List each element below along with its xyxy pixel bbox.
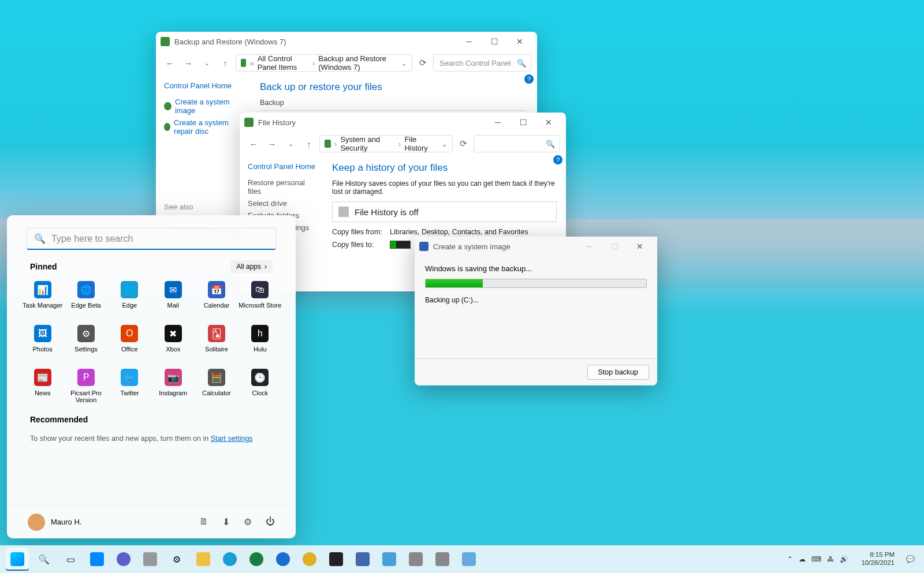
address-bar[interactable]: › System and Security › File History ⌄: [319, 135, 453, 152]
chevron-down-icon[interactable]: ⌄: [441, 140, 448, 148]
pinned-app[interactable]: 🂡Solitaire: [195, 321, 238, 365]
back-button[interactable]: ←: [162, 55, 178, 71]
titlebar[interactable]: File History ─ ☐ ✕: [240, 113, 566, 132]
all-apps-button[interactable]: All apps›: [230, 260, 273, 273]
stop-backup-button[interactable]: Stop backup: [587, 365, 650, 380]
clock[interactable]: 8:15 PM 10/28/2021: [856, 551, 899, 567]
minimize-button[interactable]: ─: [485, 114, 511, 131]
pinned-app[interactable]: 📊Task Manager: [21, 278, 64, 321]
taskbar-terminal[interactable]: [325, 548, 348, 571]
pinned-app[interactable]: 📅Calendar: [195, 278, 238, 321]
dialog-title: Create a system image: [433, 242, 511, 251]
system-tray[interactable]: ⌃ ☁ ⌨ 🖧 🔊: [783, 555, 853, 563]
app-label: Instagram: [159, 390, 187, 396]
taskbar-app[interactable]: [139, 548, 162, 571]
crumb-backup[interactable]: Backup and Restore (Windows 7): [318, 54, 394, 72]
crumb-all-items[interactable]: All Control Panel Items: [258, 54, 309, 72]
pinned-app[interactable]: 🧮Calculator: [195, 365, 238, 409]
pinned-app[interactable]: 🛍Microsoft Store: [239, 278, 282, 321]
restore-files-link[interactable]: Restore personal files: [248, 177, 318, 197]
pinned-app[interactable]: ✖Xbox: [151, 321, 195, 365]
task-view-icon: ▭: [66, 554, 75, 565]
widgets-button[interactable]: [85, 548, 109, 571]
pinned-app[interactable]: 🌐Edge: [108, 278, 151, 321]
taskbar-edge-dev[interactable]: [245, 548, 268, 571]
control-panel-home-link[interactable]: Control Panel Home: [248, 162, 318, 171]
settings-icon[interactable]: ⚙: [244, 516, 252, 527]
network-icon[interactable]: 🖧: [827, 555, 834, 563]
taskbar-edge[interactable]: [218, 548, 241, 571]
up-button[interactable]: ↑: [217, 55, 233, 71]
start-settings-link[interactable]: Start settings: [211, 435, 253, 443]
pinned-app[interactable]: ✉Mail: [151, 278, 195, 321]
edge-beta-icon: [276, 552, 290, 566]
address-bar[interactable]: « All Control Panel Items › Backup and R…: [236, 54, 412, 72]
pinned-app[interactable]: hHulu: [239, 321, 282, 365]
crumb-system-security[interactable]: System and Security: [340, 135, 395, 152]
control-panel-home-link[interactable]: Control Panel Home: [164, 81, 246, 90]
close-button[interactable]: ✕: [507, 33, 532, 50]
back-button[interactable]: ←: [245, 136, 262, 152]
history-dropdown[interactable]: ⌄: [282, 136, 299, 152]
refresh-button[interactable]: ⟳: [455, 136, 471, 152]
pinned-app[interactable]: 📰News: [21, 365, 64, 409]
keyboard-icon[interactable]: ⌨: [811, 555, 821, 563]
minimize-button[interactable]: ─: [576, 238, 602, 255]
pinned-app[interactable]: 🕒Clock: [239, 365, 282, 409]
search-button[interactable]: 🔍: [32, 548, 55, 571]
forward-button[interactable]: →: [180, 55, 196, 71]
documents-icon[interactable]: 🗎: [199, 516, 208, 527]
taskbar-explorer[interactable]: [192, 548, 215, 571]
pinned-app[interactable]: PPicsart Pro Version: [64, 365, 107, 409]
maximize-button[interactable]: ☐: [482, 33, 507, 50]
chevron-right-icon: ›: [398, 140, 401, 148]
chevron-down-icon[interactable]: ⌄: [401, 59, 407, 68]
app-icon: h: [251, 325, 269, 342]
pinned-app[interactable]: 📷Instagram: [151, 365, 195, 409]
crumb-file-history[interactable]: File History: [404, 135, 434, 152]
taskbar-edge-beta[interactable]: [271, 548, 295, 571]
power-icon[interactable]: ⏻: [266, 516, 275, 527]
taskbar-camera[interactable]: [404, 548, 427, 571]
downloads-icon[interactable]: ⬇: [222, 516, 230, 527]
taskbar-snip[interactable]: [431, 548, 454, 571]
chevron-up-icon[interactable]: ⌃: [787, 555, 793, 563]
pinned-app[interactable]: 🐦Twitter: [108, 365, 151, 409]
up-button[interactable]: ↑: [301, 136, 317, 152]
forward-button[interactable]: →: [264, 136, 280, 152]
task-view-button[interactable]: ▭: [59, 548, 82, 571]
taskbar-settings[interactable]: ⚙: [165, 548, 188, 571]
notifications-button[interactable]: 💬: [903, 555, 918, 563]
history-dropdown[interactable]: ⌄: [199, 55, 215, 71]
taskbar-notepad[interactable]: [351, 548, 374, 571]
onedrive-icon[interactable]: ☁: [799, 555, 806, 563]
app-icon: 🌐: [77, 281, 95, 298]
pinned-app[interactable]: ⚙Settings: [64, 321, 107, 365]
create-system-image-link[interactable]: Create a system image: [164, 96, 246, 117]
titlebar[interactable]: Backup and Restore (Windows 7) ─ ☐ ✕: [156, 32, 537, 51]
close-button[interactable]: ✕: [627, 238, 653, 255]
close-button[interactable]: ✕: [536, 114, 561, 131]
pinned-app[interactable]: 🌐Edge Beta: [64, 278, 107, 321]
select-drive-link[interactable]: Select drive: [248, 197, 318, 209]
taskbar-edge-canary[interactable]: [298, 548, 321, 571]
taskbar-paint[interactable]: [457, 548, 480, 571]
search-input[interactable]: Search Control Panel 🔍: [433, 54, 531, 72]
info-icon[interactable]: ?: [553, 155, 562, 164]
volume-icon[interactable]: 🔊: [840, 555, 848, 563]
info-icon[interactable]: ?: [524, 74, 534, 84]
search-input[interactable]: 🔍: [474, 135, 560, 152]
maximize-button[interactable]: ☐: [511, 114, 536, 131]
pinned-app[interactable]: OOffice: [108, 321, 151, 365]
start-button[interactable]: [6, 548, 29, 571]
user-account-button[interactable]: Mauro H.: [28, 514, 81, 531]
taskbar-notes[interactable]: [378, 548, 401, 571]
create-repair-disc-link[interactable]: Create a system repair disc: [164, 117, 246, 137]
start-search-input[interactable]: 🔍 Type here to search: [27, 228, 276, 250]
pinned-app[interactable]: 🖼Photos: [21, 321, 64, 365]
status-icon: [338, 207, 349, 217]
refresh-button[interactable]: ⟳: [415, 55, 431, 71]
minimize-button[interactable]: ─: [456, 33, 482, 50]
chat-button[interactable]: [112, 548, 135, 571]
titlebar[interactable]: Create a system image ─ ☐ ✕: [415, 237, 657, 256]
